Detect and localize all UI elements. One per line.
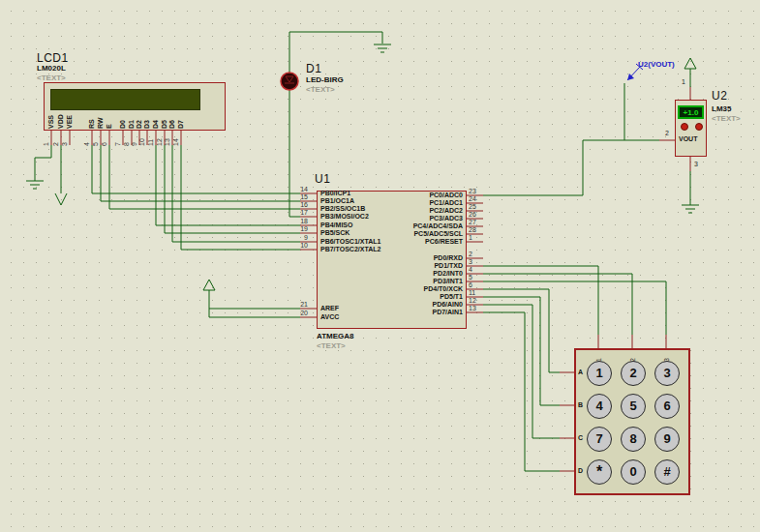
lcd-pin-number: 8 [123, 142, 130, 146]
led-symbol[interactable] [281, 73, 298, 90]
keypad-button-9[interactable]: 9 [654, 427, 680, 452]
lcd-pin-number: 11 [147, 139, 154, 146]
mcu-pin-number: 26 [469, 211, 484, 218]
keypad-button-star[interactable]: * [587, 459, 612, 485]
wire-lcd-rw[interactable] [101, 145, 300, 201]
mcu-pin-number: 19 [290, 225, 308, 232]
wire-lcd-d5[interactable] [165, 145, 300, 233]
mcu-pin-name: PB7/TOSC2/XTAL2 [320, 246, 380, 252]
schematic-canvas[interactable]: LCD1 LM020L <TEXT> VSS VDD VEE RS RW E D… [0, 0, 760, 532]
mcu-pin-name: PC1/ADC1 [341, 199, 463, 206]
led-prop-label: <TEXT> [306, 85, 335, 94]
lcd-pin-number: 10 [138, 138, 145, 146]
keypad-button-5[interactable]: 5 [621, 394, 646, 419]
mcu-pin-number: 4 [469, 266, 484, 273]
keypad-button-3[interactable]: 3 [654, 361, 680, 386]
mcu-pin-name: PD4/T0/XCK [341, 285, 463, 292]
mcu-pin-name: PD5/T1 [341, 293, 463, 300]
ground-symbol[interactable] [26, 181, 44, 189]
lcd-pin-number: 14 [172, 138, 179, 146]
sensor-prop-label: <TEXT> [712, 114, 741, 123]
lcd-pin-name: D2 [136, 120, 142, 129]
lcd-pin-number: 3 [61, 142, 68, 146]
keypad-button-1[interactable]: 1 [587, 361, 612, 386]
sensor-part-label[interactable]: LM35 [712, 104, 731, 113]
lcd-pin-name: VDD [57, 114, 64, 129]
mcu-pin-name: PD0/RXD [341, 254, 463, 261]
mcu-pin-name: PD7/AIN1 [341, 309, 463, 315]
wire-avcc-power[interactable] [209, 290, 300, 317]
keypad-row-label: B [578, 401, 583, 408]
lcd-pin-number: 1 [43, 142, 49, 146]
wire-lcd-e[interactable] [109, 145, 300, 209]
lcd-pin-number: 6 [101, 142, 107, 146]
lcd-pin-number: 13 [164, 138, 170, 146]
keypad-row-label: D [578, 467, 583, 474]
mcu-pin-number: 16 [290, 201, 308, 208]
keypad-button-hash[interactable]: # [654, 459, 680, 485]
mcu-ref-label[interactable]: U1 [315, 172, 330, 186]
wire-pd7-rowD[interactable] [483, 312, 560, 471]
lcd-part-label[interactable]: LM020L [37, 64, 66, 73]
mcu-pin-number: 10 [290, 242, 308, 249]
power-terminal-up[interactable] [684, 58, 696, 69]
voltage-probe-label[interactable]: U2(VOUT) [638, 60, 675, 69]
sensor-pin-number: 3 [694, 161, 698, 167]
mcu-prop-label: <TEXT> [317, 341, 346, 350]
sensor-temperature-display: +1.0 [678, 105, 704, 119]
wire-pd5-rowB[interactable] [483, 297, 560, 405]
wire-pd4-rowA[interactable] [483, 289, 560, 372]
mcu-pin-name: AVCC [320, 313, 339, 320]
led-part-label[interactable]: LED-BIRG [306, 75, 344, 84]
lcd-pin-name: D6 [168, 120, 175, 129]
mcu-pin-name: PC5/ADC5/SCL [341, 230, 463, 237]
sensor-pin-number: 2 [665, 130, 669, 136]
mcu-pin-number: 13 [469, 305, 484, 311]
mcu-pin-number: 1 [469, 234, 484, 241]
wire-pd6-rowC[interactable] [483, 305, 560, 438]
keypad-button-4[interactable]: 4 [587, 394, 612, 419]
wire-lcd-d4[interactable] [156, 145, 300, 225]
lcd-pin-name: D4 [152, 120, 159, 129]
keypad-button-7[interactable]: 7 [587, 427, 612, 452]
keypad-button-0[interactable]: 0 [621, 459, 646, 485]
wire-lcd-rs[interactable] [92, 145, 300, 193]
sensor-ref-label[interactable]: U2 [712, 89, 727, 103]
mcu-pin-number: 21 [290, 301, 308, 308]
keypad-button-8[interactable]: 8 [621, 427, 646, 452]
mcu-pin-number: 23 [469, 188, 484, 194]
mcu-pin-name: PD3/INT1 [341, 278, 463, 284]
mcu-pin-number: 27 [469, 219, 484, 225]
lcd-screen [50, 89, 200, 110]
wire-lcd-vss-gnd[interactable] [35, 145, 51, 181]
power-terminal-up[interactable] [203, 280, 215, 290]
mcu-pin-name: PC2/ADC2 [341, 207, 463, 214]
sensor-up-button[interactable] [681, 123, 688, 131]
mcu-pin-name: AREF [320, 305, 339, 311]
keypad-button-2[interactable]: 2 [621, 361, 646, 386]
wire-adc0-vout[interactable] [483, 140, 659, 195]
mcu-pin-number: 11 [469, 289, 484, 296]
led-ref-label[interactable]: D1 [306, 62, 321, 75]
lcd-pin-name: VSS [47, 115, 54, 129]
lcd-pin-name: D3 [143, 120, 150, 129]
mcu-pin-number: 3 [469, 258, 484, 265]
lcd-pin-name: D1 [128, 120, 135, 129]
sensor-pin-number: 1 [682, 78, 685, 85]
power-terminal-down[interactable] [55, 193, 67, 205]
lcd-pin-name: D5 [161, 120, 167, 129]
ground-symbol[interactable] [682, 205, 699, 213]
lcd-pin-number: 5 [92, 142, 99, 146]
mcu-pin-number: 6 [469, 281, 484, 288]
mcu-pin-number: 12 [469, 297, 484, 304]
wire-lcd-d7[interactable] [181, 145, 300, 250]
mcu-pin-name: PC0/ADC0 [341, 192, 463, 198]
lcd-pin-number: 2 [52, 142, 59, 146]
mcu-part-label[interactable]: ATMEGA8 [317, 332, 354, 340]
mcu-pin-name: PD1/TXD [341, 262, 463, 269]
lcd-ref-label[interactable]: LCD1 [37, 51, 69, 65]
ground-symbol[interactable] [374, 44, 391, 52]
sensor-down-button[interactable] [695, 123, 703, 131]
keypad-button-6[interactable]: 6 [654, 394, 680, 419]
wire-led-gnd[interactable] [289, 32, 382, 73]
